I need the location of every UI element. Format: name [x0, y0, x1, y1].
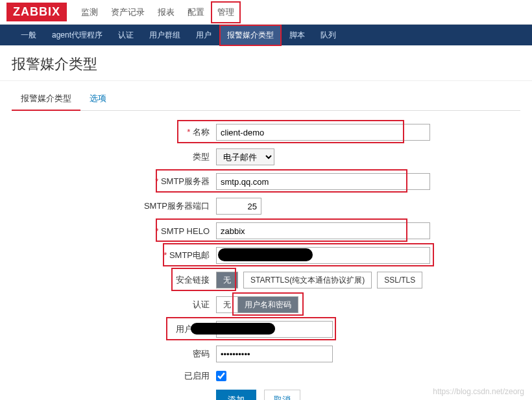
top-bar: ZABBIX 监测 资产记录 报表 配置 管理	[0, 0, 532, 25]
form-tabs: 报警媒介类型 选项	[12, 88, 520, 111]
label-smtp-port: SMTP服务器端口	[141, 200, 216, 212]
logo: ZABBIX	[6, 3, 67, 21]
page-title: 报警媒介类型	[0, 45, 532, 80]
tab-options[interactable]: 选项	[80, 88, 115, 110]
label-type: 类型	[141, 151, 216, 163]
topnav-monitoring[interactable]: 监测	[75, 1, 104, 23]
security-options: 无 STARTTLS(纯文本通信协议扩展) SSL/TLS	[216, 272, 422, 288]
label-password: 密码	[141, 348, 216, 360]
label-name: 名称	[141, 126, 216, 138]
row-smtp-email: SMTP电邮	[141, 247, 532, 264]
row-smtp-port: SMTP服务器端口	[141, 198, 532, 215]
security-ssltls[interactable]: SSL/TLS	[377, 272, 422, 288]
row-username: 用户名称	[141, 321, 532, 338]
security-starttls[interactable]: STARTTLS(纯文本通信协议扩展)	[243, 272, 372, 288]
row-type: 类型 电子邮件	[141, 148, 532, 165]
type-select[interactable]: 电子邮件	[216, 148, 274, 165]
row-name: 名称	[141, 124, 532, 141]
row-security: 安全链接 无 STARTTLS(纯文本通信协议扩展) SSL/TLS	[141, 272, 532, 288]
smtp-server-input[interactable]	[216, 173, 430, 190]
subnav-users[interactable]: 用户	[188, 25, 219, 46]
auth-none[interactable]: 无	[216, 296, 238, 313]
subnav-usergroups[interactable]: 用户群组	[141, 25, 188, 46]
auth-options: 无 用户名和密码	[216, 296, 298, 313]
subnav-proxy[interactable]: agent代理程序	[44, 25, 110, 46]
smtp-port-input[interactable]	[216, 198, 261, 215]
label-smtp-server: SMTP服务器	[141, 176, 216, 187]
topnav-reports[interactable]: 报表	[151, 1, 181, 23]
watermark: https://blog.csdn.net/zeorg	[433, 387, 524, 396]
name-input[interactable]	[216, 124, 430, 141]
label-smtp-email: SMTP电邮	[141, 250, 216, 261]
auth-userpass[interactable]: 用户名和密码	[237, 296, 298, 313]
top-nav: 监测 资产记录 报表 配置 管理	[75, 1, 241, 23]
subnav-mediatypes[interactable]: 报警媒介类型	[219, 25, 282, 46]
row-enabled: 已启用	[141, 370, 532, 382]
label-auth: 认证	[141, 299, 216, 311]
label-security: 安全链接	[141, 274, 216, 286]
smtp-helo-input[interactable]	[216, 222, 430, 239]
subnav-queue[interactable]: 队列	[313, 25, 344, 46]
security-none[interactable]: 无	[216, 272, 238, 288]
password-input[interactable]	[216, 346, 333, 362]
topnav-inventory[interactable]: 资产记录	[104, 1, 151, 23]
row-auth: 认证 无 用户名和密码	[141, 296, 532, 313]
label-smtp-helo: SMTP HELO	[141, 226, 216, 236]
add-button[interactable]: 添加	[216, 390, 256, 400]
row-smtp-server: SMTP服务器	[141, 173, 532, 190]
row-password: 密码	[141, 346, 532, 362]
row-smtp-helo: SMTP HELO	[141, 222, 532, 239]
subnav-auth[interactable]: 认证	[110, 25, 141, 46]
label-enabled: 已启用	[141, 370, 216, 382]
topnav-config[interactable]: 配置	[181, 1, 211, 23]
media-form: 名称 类型 电子邮件 SMTP服务器 SMTP服务器端口 SMTP HELO S…	[141, 124, 532, 400]
tab-mediatype[interactable]: 报警媒介类型	[12, 88, 80, 111]
enabled-checkbox[interactable]	[216, 371, 226, 381]
subnav-scripts[interactable]: 脚本	[282, 25, 313, 46]
content: 报警媒介类型 选项 名称 类型 电子邮件 SMTP服务器 SMTP服务器端口 S…	[0, 80, 532, 400]
topnav-admin[interactable]: 管理	[211, 1, 241, 23]
cancel-button[interactable]: 取消	[264, 390, 300, 400]
subnav-general[interactable]: 一般	[13, 25, 44, 46]
sub-nav: 一般 agent代理程序 认证 用户群组 用户 报警媒介类型 脚本 队列	[0, 25, 532, 45]
